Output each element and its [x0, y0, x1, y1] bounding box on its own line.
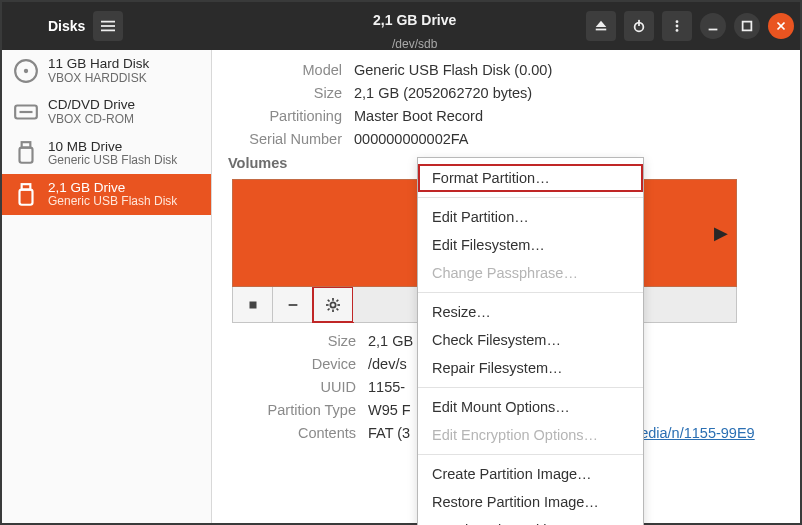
menu-edit-mount-options[interactable]: Edit Mount Options… [418, 393, 643, 421]
svg-line-32 [327, 308, 329, 310]
minimize-button[interactable] [700, 13, 726, 39]
menu-separator [418, 454, 643, 455]
drive-name: 11 GB Hard Disk [48, 56, 149, 72]
label-vol-ptype: Partition Type [232, 402, 356, 418]
drive-sidebar: 11 GB Hard Disk VBOX HARDDISK CD/DVD Dri… [2, 50, 212, 523]
menu-edit-partition[interactable]: Edit Partition… [418, 203, 643, 231]
drive-desc: VBOX CD-ROM [48, 113, 135, 127]
label-size: Size [232, 85, 342, 101]
menu-edit-encryption-options: Edit Encryption Options… [418, 421, 643, 449]
usb-icon [12, 139, 40, 167]
svg-rect-17 [20, 111, 33, 113]
drive-item-cdrom[interactable]: CD/DVD Drive VBOX CD-ROM [2, 91, 211, 132]
unmount-button[interactable] [233, 287, 273, 322]
drive-desc: Generic USB Flash Disk [48, 154, 177, 168]
close-button[interactable] [768, 13, 794, 39]
app-window: Disks 2,1 GB Drive /dev/sdb 11 GB Hard D… [0, 0, 802, 525]
app-name: Disks [8, 18, 85, 34]
mount-point-link[interactable]: edia/n/1155-99E9 [640, 425, 755, 441]
svg-rect-10 [709, 29, 718, 31]
svg-point-7 [676, 20, 679, 23]
label-partitioning: Partitioning [232, 108, 342, 124]
volume-options-menu: Format Partition… Edit Partition… Edit F… [417, 157, 644, 525]
maximize-button[interactable] [734, 13, 760, 39]
titlebar: Disks 2,1 GB Drive /dev/sdb [2, 2, 800, 50]
drive-desc: VBOX HARDDISK [48, 72, 149, 86]
label-vol-uuid: UUID [232, 379, 356, 395]
drive-item-hdd[interactable]: 11 GB Hard Disk VBOX HARDDISK [2, 50, 211, 91]
menu-separator [418, 197, 643, 198]
menu-create-partition-image[interactable]: Create Partition Image… [418, 460, 643, 488]
menu-repair-filesystem[interactable]: Repair Filesystem… [418, 354, 643, 382]
value-size: 2,1 GB (2052062720 bytes) [354, 85, 780, 101]
svg-rect-1 [101, 25, 115, 27]
cd-icon [12, 98, 40, 126]
svg-rect-21 [20, 189, 33, 204]
svg-rect-6 [638, 20, 640, 26]
menu-separator [418, 387, 643, 388]
drive-name: CD/DVD Drive [48, 97, 135, 113]
svg-point-8 [676, 25, 679, 28]
menu-resize[interactable]: Resize… [418, 298, 643, 326]
svg-line-29 [327, 299, 329, 301]
delete-partition-button[interactable] [273, 287, 313, 322]
svg-rect-2 [101, 30, 115, 32]
usb-icon [12, 181, 40, 209]
eject-button[interactable] [586, 11, 616, 41]
drive-name: 2,1 GB Drive [48, 180, 177, 196]
drive-menu-button[interactable] [662, 11, 692, 41]
hamburger-menu-button[interactable] [93, 11, 123, 41]
svg-point-9 [676, 29, 679, 32]
menu-restore-partition-image[interactable]: Restore Partition Image… [418, 488, 643, 516]
svg-rect-0 [101, 21, 115, 23]
label-vol-device: Device [232, 356, 356, 372]
value-model: Generic USB Flash Disk (0.00) [354, 62, 780, 78]
hdd-icon [12, 57, 40, 85]
play-icon: ▶ [714, 222, 728, 244]
svg-rect-4 [596, 29, 607, 31]
menu-check-filesystem[interactable]: Check Filesystem… [418, 326, 643, 354]
svg-point-15 [24, 68, 28, 72]
menu-separator [418, 292, 643, 293]
svg-point-24 [330, 302, 335, 307]
svg-line-31 [336, 299, 338, 301]
value-serial: 000000000002FA [354, 131, 780, 147]
svg-rect-11 [743, 22, 752, 31]
menu-format-partition[interactable]: Format Partition… [418, 164, 643, 192]
menu-edit-filesystem[interactable]: Edit Filesystem… [418, 231, 643, 259]
label-serial: Serial Number [232, 131, 342, 147]
label-vol-contents: Contents [232, 425, 356, 441]
drive-desc: Generic USB Flash Disk [48, 195, 177, 209]
svg-rect-19 [20, 148, 33, 163]
drive-item-usb-small[interactable]: 10 MB Drive Generic USB Flash Disk [2, 133, 211, 174]
menu-change-passphrase: Change Passphrase… [418, 259, 643, 287]
svg-rect-22 [249, 301, 256, 308]
value-partitioning: Master Boot Record [354, 108, 780, 124]
svg-marker-3 [596, 21, 607, 27]
volume-options-button[interactable] [313, 287, 353, 322]
svg-line-30 [336, 308, 338, 310]
label-vol-size: Size [232, 333, 356, 349]
drive-name: 10 MB Drive [48, 139, 177, 155]
power-button[interactable] [624, 11, 654, 41]
drive-item-usb-selected[interactable]: 2,1 GB Drive Generic USB Flash Disk [2, 174, 211, 215]
menu-benchmark-partition[interactable]: Benchmark Partition… [418, 516, 643, 525]
svg-rect-23 [288, 304, 297, 306]
label-model: Model [232, 62, 342, 78]
